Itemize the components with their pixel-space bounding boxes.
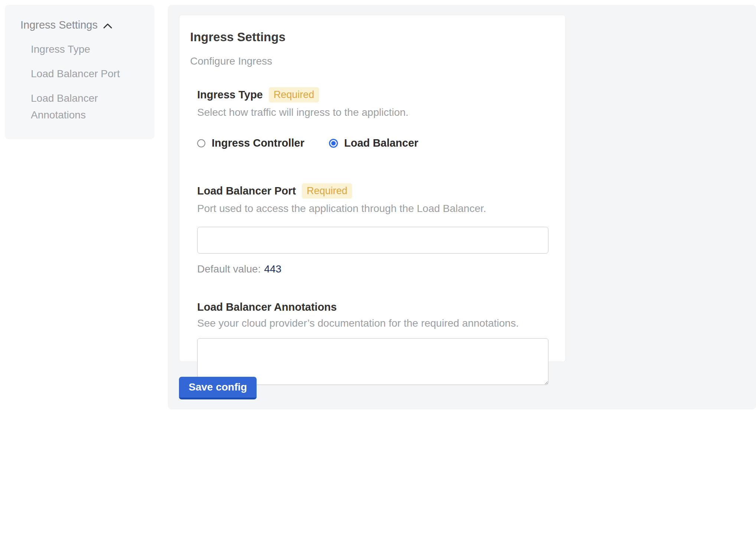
field-group-load-balancer-port: Load Balancer Port Required Port used to… <box>197 183 554 275</box>
sidebar-item-ingress-type[interactable]: Ingress Type <box>31 41 139 58</box>
field-groups: Ingress Type Required Select how traffic… <box>197 87 554 385</box>
page-title: Ingress Settings <box>190 30 554 44</box>
sidebar-group-ingress-settings[interactable]: Ingress Settings <box>5 5 154 31</box>
field-group-load-balancer-annotations: Load Balancer Annotations See your cloud… <box>197 301 554 385</box>
sidebar-item-load-balancer-annotations[interactable]: Load Balancer Annotations <box>31 90 139 123</box>
field-label-row: Load Balancer Port Required <box>197 183 554 199</box>
load-balancer-port-input[interactable] <box>197 227 548 254</box>
default-value: 443 <box>264 263 281 275</box>
radio-label-ingress-controller[interactable]: Ingress Controller <box>212 137 304 149</box>
field-label-ingress-type: Ingress Type <box>197 89 263 101</box>
field-label-load-balancer-annotations: Load Balancer Annotations <box>197 301 337 313</box>
sidebar-item-load-balancer-port[interactable]: Load Balancer Port <box>31 65 139 82</box>
required-badge: Required <box>269 87 319 102</box>
sidebar-item-list: Ingress Type Load Balancer Port Load Bal… <box>5 31 154 123</box>
radio-option-load-balancer[interactable]: Load Balancer <box>329 137 418 149</box>
radio-option-ingress-controller[interactable]: Ingress Controller <box>197 137 304 149</box>
chevron-up-icon <box>103 23 113 29</box>
save-config-button[interactable]: Save config <box>179 377 257 399</box>
default-value-label: Default value: <box>197 263 261 275</box>
field-group-ingress-type: Ingress Type Required Select how traffic… <box>197 87 554 149</box>
field-label-row: Ingress Type Required <box>197 87 554 102</box>
default-value-line: Default value:443 <box>197 263 554 275</box>
config-main-panel: Ingress Settings Configure Ingress Ingre… <box>168 5 756 409</box>
radio-ingress-controller-icon[interactable] <box>197 139 205 147</box>
radio-label-load-balancer[interactable]: Load Balancer <box>344 137 418 149</box>
field-help-load-balancer-port: Port used to access the application thro… <box>197 203 554 215</box>
field-help-load-balancer-annotations: See your cloud provider’s documentation … <box>197 317 554 329</box>
required-badge: Required <box>302 183 352 199</box>
ingress-type-radio-group: Ingress Controller Load Balancer <box>197 137 554 149</box>
ingress-settings-card: Ingress Settings Configure Ingress Ingre… <box>179 15 566 362</box>
field-label-load-balancer-port: Load Balancer Port <box>197 185 296 197</box>
page-subtitle: Configure Ingress <box>190 55 554 67</box>
field-help-ingress-type: Select how traffic will ingress to the a… <box>197 107 554 118</box>
config-nav-sidebar: Ingress Settings Ingress Type Load Balan… <box>5 5 154 139</box>
radio-load-balancer-icon[interactable] <box>329 139 338 148</box>
field-label-row: Load Balancer Annotations <box>197 301 554 313</box>
sidebar-group-label: Ingress Settings <box>20 19 98 31</box>
